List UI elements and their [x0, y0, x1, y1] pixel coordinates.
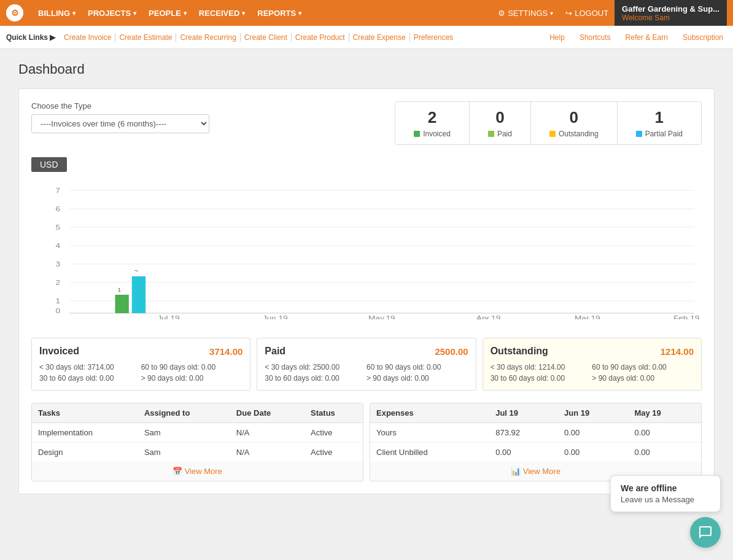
invoiced-summary: Invoiced 3714.00 < 30 days old: 3714.00 … — [31, 338, 250, 391]
svg-text:May,19: May,19 — [368, 314, 395, 319]
col-status: Status — [304, 403, 363, 423]
svg-text:7: 7 — [56, 187, 61, 194]
svg-text:4: 4 — [56, 242, 61, 249]
bar-paid-jul — [132, 276, 145, 313]
stats-row: Choose the Type ----Invoices over time (… — [31, 101, 702, 145]
col-expenses: Expenses — [370, 403, 489, 423]
outstanding-dot — [549, 131, 556, 137]
ql-create-recurring[interactable]: Create Recurring — [176, 33, 240, 42]
svg-text:1: 1 — [56, 297, 61, 305]
nav-people[interactable]: PEOPLE — [142, 0, 193, 26]
gear-icon: ⚙ — [498, 9, 505, 18]
table-row: Client Unbilled 0.00 0.00 0.00 — [370, 443, 701, 462]
svg-text:Mar,19: Mar,19 — [575, 314, 600, 319]
svg-text:6: 6 — [56, 205, 61, 212]
top-nav: ⚙ BILLING PROJECTS PEOPLE RECEIVED REPOR… — [0, 0, 733, 26]
nav-settings[interactable]: ⚙ SETTINGS ▾ — [492, 0, 559, 26]
nav-logout[interactable]: ↪ LOGOUT — [559, 0, 615, 26]
svg-text:2: 2 — [56, 279, 61, 286]
expense-jun: 0.00 — [558, 443, 628, 462]
calendar-icon: 📅 — [173, 467, 182, 476]
svg-text:Jul,19: Jul,19 — [157, 314, 179, 319]
welcome-text: Welcome Sam — [622, 14, 719, 22]
col-jun19: Jun 19 — [558, 403, 628, 423]
nav-received[interactable]: RECEIVED — [193, 0, 251, 26]
chart-icon: 📊 — [511, 467, 521, 476]
quicklinks-label: Quick Links ▶ — [6, 33, 55, 42]
svg-text:1: 1 — [117, 287, 122, 293]
quicklinks-arrow-icon: ▶ — [50, 33, 55, 42]
paid-details: < 30 days old: 2500.00 60 to 90 days old… — [265, 363, 468, 383]
ql-refer-earn[interactable]: Refer & Earn — [622, 33, 672, 42]
svg-text:5: 5 — [56, 224, 61, 231]
stat-partial-paid: 1 Partial Paid — [618, 102, 701, 144]
svg-text:3: 3 — [56, 260, 61, 268]
bar-invoiced-jul — [115, 295, 129, 313]
col-assigned: Assigned to — [138, 403, 230, 423]
svg-text:Feb,19: Feb,19 — [673, 314, 700, 319]
company-info: Gaffer Gardening & Sup... Welcome Sam — [615, 0, 727, 26]
ql-help[interactable]: Help — [546, 33, 568, 42]
table-row: Implementation Sam N/A Active — [32, 423, 363, 443]
expense-jul: 873.92 — [489, 423, 558, 443]
task-due: N/A — [230, 443, 304, 462]
expenses-view-more-label[interactable]: View More — [523, 467, 560, 476]
summary-row: Invoiced 3714.00 < 30 days old: 3714.00 … — [31, 338, 702, 391]
nav-reports[interactable]: REPORTS — [251, 0, 308, 26]
ql-shortcuts[interactable]: Shortcuts — [576, 33, 615, 42]
task-due: N/A — [230, 423, 304, 443]
logout-icon: ↪ — [565, 9, 572, 18]
chart-area: 7 6 5 4 3 2 1 0 ~ 1 Jul,19 — [31, 178, 702, 325]
page-title: Dashboard — [18, 61, 715, 77]
stat-invoiced: 2 Invoiced — [395, 102, 470, 144]
stats-boxes: 2 Invoiced 0 Paid 0 — [395, 101, 702, 145]
partial-paid-dot — [636, 131, 642, 137]
ql-create-product[interactable]: Create Product — [292, 33, 349, 42]
app-logo: ⚙ — [6, 4, 23, 21]
ql-create-estimate[interactable]: Create Estimate — [115, 33, 176, 42]
expenses-table-box: Expenses Jul 19 Jun 19 May 19 Yours 873.… — [370, 403, 702, 481]
expense-may: 0.00 — [628, 423, 701, 443]
svg-text:Jun,19: Jun,19 — [263, 314, 288, 319]
ql-create-invoice[interactable]: Create Invoice — [60, 33, 115, 42]
main-content: Dashboard Choose the Type ----Invoices o… — [0, 49, 733, 507]
chart-type-selector: Choose the Type ----Invoices over time (… — [31, 101, 213, 133]
invoiced-dot — [414, 131, 420, 137]
svg-text:0: 0 — [56, 307, 61, 314]
quicklinks-right: Help Shortcuts Refer & Earn Subscription — [546, 33, 727, 42]
nav-projects[interactable]: PROJECTS — [82, 0, 142, 26]
ql-create-client[interactable]: Create Client — [241, 33, 292, 42]
offline-text: We are offline — [621, 483, 710, 493]
task-status: Active — [304, 443, 363, 462]
task-assigned: Sam — [138, 443, 230, 462]
tasks-table: Tasks Assigned to Due Date Status Implem… — [32, 403, 363, 481]
stat-outstanding: 0 Outstanding — [531, 102, 618, 144]
leave-message: Leave us a Message — [621, 495, 710, 504]
username: Sam — [654, 14, 670, 22]
company-name: Gaffer Gardening & Sup... — [622, 4, 719, 14]
svg-text:~: ~ — [134, 268, 139, 274]
table-row: Yours 873.92 0.00 0.00 — [370, 423, 701, 443]
chat-widget: We are offline Leave us a Message — [610, 475, 721, 507]
expense-jul: 0.00 — [489, 443, 558, 462]
task-assigned: Sam — [138, 423, 230, 443]
ql-preferences[interactable]: Preferences — [410, 33, 457, 42]
paid-dot — [488, 131, 494, 137]
table-row: Design Sam N/A Active — [32, 443, 363, 462]
chart-type-dropdown[interactable]: ----Invoices over time (6 months)---- — [31, 114, 209, 133]
tasks-view-more-label[interactable]: View More — [185, 467, 222, 476]
col-due-date: Due Date — [230, 403, 304, 423]
tasks-view-more[interactable]: 📅 View More — [32, 462, 363, 481]
paid-summary: Paid 2500.00 < 30 days old: 2500.00 60 t… — [257, 338, 476, 391]
task-name: Design — [32, 443, 138, 462]
nav-billing[interactable]: BILLING — [32, 0, 82, 26]
col-tasks: Tasks — [32, 403, 138, 423]
task-name: Implementation — [32, 423, 138, 443]
col-jul19: Jul 19 — [489, 403, 558, 423]
expense-may: 0.00 — [628, 443, 701, 462]
ql-create-expense[interactable]: Create Expense — [349, 33, 410, 42]
chart-type-label: Choose the Type — [31, 101, 213, 111]
ql-subscription[interactable]: Subscription — [679, 33, 727, 42]
svg-text:Apr,19: Apr,19 — [476, 314, 501, 319]
col-may19: May 19 — [628, 403, 701, 423]
